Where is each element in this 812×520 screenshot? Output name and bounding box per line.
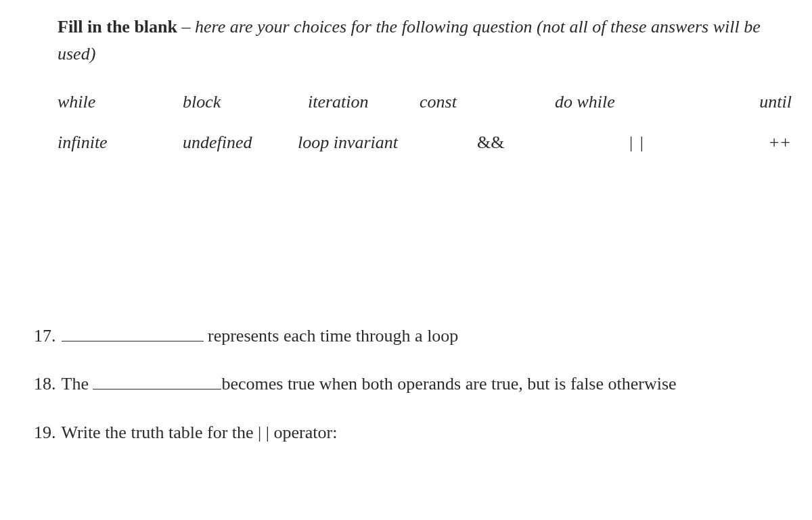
choice-while: while: [58, 92, 183, 112]
choice-const: const: [420, 92, 555, 112]
q18-blank[interactable]: [93, 388, 221, 389]
choice-row-2: infinite undefined loop invariant && | |…: [58, 133, 778, 153]
q17-number: 17.: [34, 322, 56, 350]
choice-loop-invariant: loop invariant: [298, 133, 477, 153]
choice-until: until: [738, 92, 792, 112]
q17-blank[interactable]: [62, 339, 204, 341]
questions: 17. represents each time through a loop …: [34, 322, 778, 447]
choice-iteration: iteration: [308, 92, 420, 112]
q17-text: represents each time through a loop: [204, 326, 459, 346]
choice-row-1: while block iteration const do while unt…: [58, 92, 778, 112]
q19-text: Write the truth table for the | | operat…: [62, 419, 779, 447]
choice-and-and: &&: [477, 133, 629, 153]
q18-before: The: [62, 374, 93, 394]
q18-body: The becomes true when both operands are …: [62, 370, 779, 398]
question-18: 18. The becomes true when both operands …: [34, 370, 778, 398]
q17-body: represents each time through a loop: [62, 322, 779, 350]
choice-plus-plus: ++: [744, 133, 792, 153]
choice-bank: while block iteration const do while unt…: [58, 92, 778, 153]
choice-infinite: infinite: [58, 133, 183, 153]
instructions-dash: –: [177, 17, 195, 37]
question-19: 19. Write the truth table for the | | op…: [34, 419, 778, 447]
instructions-lead: Fill in the blank: [58, 17, 177, 37]
choice-or-or: | |: [629, 133, 744, 153]
q19-number: 19.: [34, 419, 56, 447]
question-17: 17. represents each time through a loop: [34, 322, 778, 350]
worksheet-page: Fill in the blank – here are your choice…: [0, 0, 812, 480]
choice-block: block: [183, 92, 308, 112]
choice-do-while: do while: [555, 92, 738, 112]
instructions: Fill in the blank – here are your choice…: [58, 14, 778, 68]
q18-number: 18.: [34, 370, 56, 398]
q18-after: becomes true when both operands are true…: [221, 374, 676, 394]
choice-undefined: undefined: [183, 133, 298, 153]
